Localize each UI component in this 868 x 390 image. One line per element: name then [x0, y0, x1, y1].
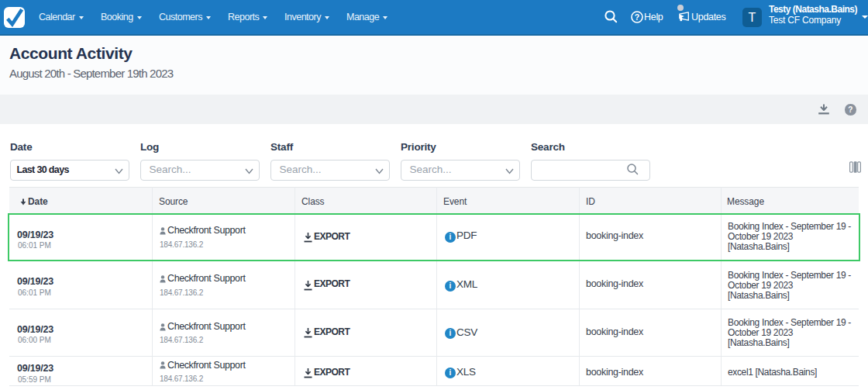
svg-text:?: ?: [635, 12, 639, 22]
